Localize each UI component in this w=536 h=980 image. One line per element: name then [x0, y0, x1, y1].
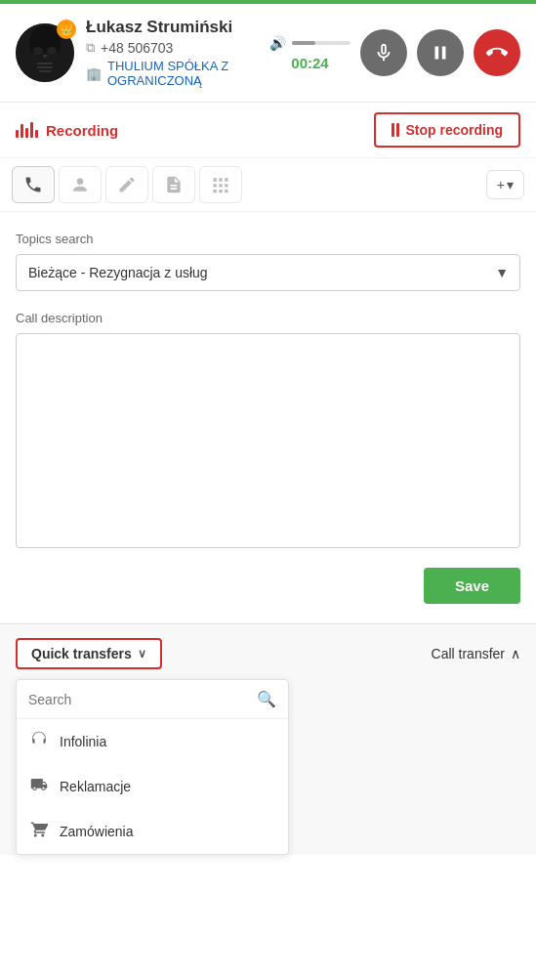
svg-point-3: [47, 47, 57, 55]
reklamacje-label: Reklamacje: [60, 779, 131, 794]
recording-bar: Recording Stop recording: [0, 103, 536, 158]
recording-text: Recording: [46, 122, 118, 139]
main-content: Topics search Bieżące - Rezygnacja z usł…: [0, 212, 536, 623]
toolbar-tabs: + ▾: [0, 158, 536, 212]
svg-point-2: [33, 47, 43, 55]
volume-bar: [292, 41, 350, 45]
svg-rect-5: [37, 66, 53, 68]
contact-company[interactable]: 🏢 THULIUM SPÓŁKA Z OGRANICZONĄ: [86, 59, 258, 88]
qt-item-zamowienia[interactable]: Zamówienia: [17, 809, 288, 854]
quick-transfers-toggle[interactable]: Quick transfers ∨: [16, 638, 162, 669]
qt-dropdown: 🔍 Infolinia Reklamacje: [16, 679, 289, 855]
end-call-button[interactable]: [474, 29, 520, 76]
svg-rect-4: [37, 63, 53, 64]
pause-button[interactable]: [417, 29, 464, 76]
volume-icon: 🔊: [269, 35, 286, 51]
stop-recording-button[interactable]: Stop recording: [374, 112, 520, 148]
volume-bar-row: 🔊: [269, 35, 350, 51]
topics-label: Topics search: [16, 232, 520, 246]
zamowienia-icon: [30, 821, 48, 842]
toolbar-chevron-icon: ▾: [507, 177, 514, 192]
qt-header: Quick transfers ∨ Call transfer ∧: [16, 638, 520, 669]
volume-timer: 🔊 00:24: [269, 35, 350, 71]
building-icon: 🏢: [86, 66, 102, 81]
call-transfer-button[interactable]: Call transfer ∧: [432, 646, 520, 661]
call-description-textarea[interactable]: [16, 333, 520, 548]
toolbar-more-button[interactable]: + ▾: [486, 170, 524, 199]
company-name: THULIUM SPÓŁKA Z OGRANICZONĄ: [107, 59, 258, 88]
contact-name: Łukasz Strumiński: [86, 18, 258, 37]
tab-notes[interactable]: [152, 166, 195, 203]
phone-number[interactable]: +48 506703: [101, 40, 173, 56]
call-transfer-label: Call transfer: [432, 646, 505, 661]
contact-info: Łukasz Strumiński ⧉ +48 506703 🏢 THULIUM…: [86, 18, 258, 88]
stop-recording-label: Stop recording: [405, 122, 503, 138]
save-row: Save: [16, 568, 520, 604]
tab-keypad[interactable]: [199, 166, 242, 203]
quick-transfers-section: Quick transfers ∨ Call transfer ∧ 🔍: [0, 623, 536, 855]
avatar-container: 👑: [16, 23, 74, 82]
topics-select[interactable]: Bieżące - Rezygnacja z usług Nowe - Zapy…: [16, 254, 520, 291]
qt-search-row: 🔍: [17, 680, 288, 719]
svg-rect-6: [39, 70, 51, 72]
call-transfer-chevron-icon: ∧: [511, 646, 520, 661]
reklamacje-icon: [30, 776, 48, 797]
qt-search-input[interactable]: [28, 692, 249, 707]
recording-animation-icon: [16, 122, 38, 138]
quick-transfers-label: Quick transfers: [31, 646, 132, 661]
contact-phone: ⧉ +48 506703: [86, 40, 258, 56]
phone-copy-icon: ⧉: [86, 40, 95, 56]
infolinia-icon: [30, 731, 48, 752]
tab-phone[interactable]: [12, 166, 55, 203]
zamowienia-label: Zamówienia: [60, 824, 133, 839]
stop-icon: [392, 123, 399, 137]
call-controls: 🔊 00:24: [269, 29, 520, 76]
qt-item-infolinia[interactable]: Infolinia: [17, 719, 288, 764]
volume-fill: [292, 41, 315, 45]
call-timer: 00:24: [291, 55, 328, 71]
contact-header: 👑 Łukasz Strumiński ⧉ +48 506703 🏢 THULI…: [0, 4, 536, 103]
tab-contact[interactable]: [59, 166, 102, 203]
save-button[interactable]: Save: [424, 568, 520, 604]
crown-badge: 👑: [57, 20, 76, 39]
qt-search-icon: 🔍: [257, 690, 276, 708]
topics-select-wrapper: Bieżące - Rezygnacja z usług Nowe - Zapy…: [16, 254, 520, 291]
toolbar-plus-icon: +: [497, 177, 505, 192]
app-container: 👑 Łukasz Strumiński ⧉ +48 506703 🏢 THULI…: [0, 0, 536, 980]
call-description-label: Call description: [16, 311, 520, 325]
quick-transfers-chevron-icon: ∨: [138, 647, 146, 660]
infolinia-label: Infolinia: [60, 734, 106, 749]
mute-button[interactable]: [360, 29, 407, 76]
recording-label: Recording: [16, 122, 118, 139]
qt-item-reklamacje[interactable]: Reklamacje: [17, 764, 288, 809]
tab-edit[interactable]: [105, 166, 148, 203]
